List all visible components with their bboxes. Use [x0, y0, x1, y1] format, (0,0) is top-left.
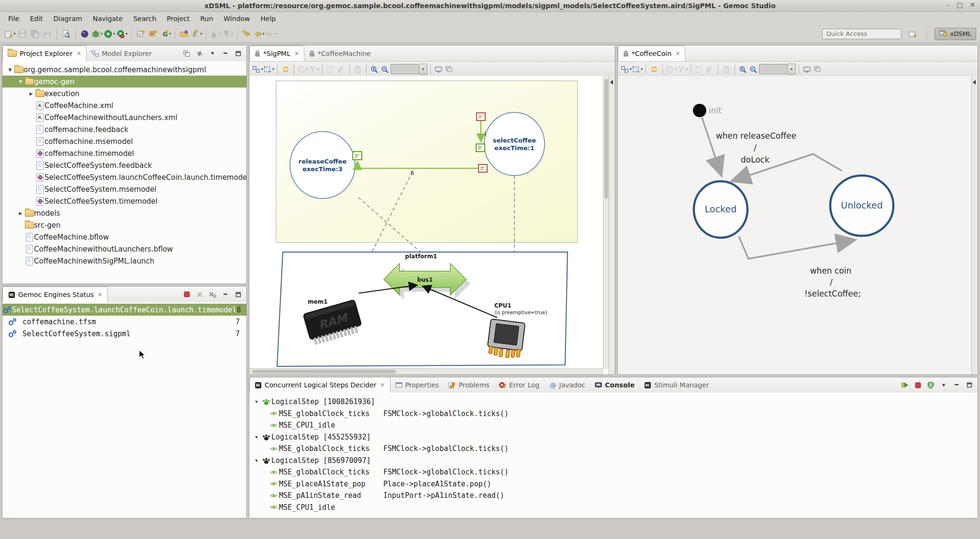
- layers-button[interactable]: [813, 64, 823, 75]
- screenshot-button[interactable]: [802, 64, 813, 75]
- tree-item-selectcoffeesystem-timemodel[interactable]: SelectCoffeeSystem.timemodel: [2, 195, 246, 207]
- routing-button[interactable]: ▾: [263, 64, 274, 75]
- mse-event-row[interactable]: MSE_globalClock_ticksFSMClock->globalClo…: [249, 443, 978, 455]
- input-port-releasecoffee[interactable]: [353, 152, 362, 160]
- expander-icon[interactable]: ▼: [6, 67, 14, 72]
- zoom-level-combo[interactable]: [390, 64, 419, 74]
- screenshot-button[interactable]: [434, 64, 444, 75]
- tab-project-explorer[interactable]: Project Explorer✕: [2, 45, 87, 61]
- tab--coffeemachine[interactable]: *CoffeeMachine: [304, 46, 376, 61]
- layers-button[interactable]: [444, 64, 455, 75]
- expander-icon[interactable]: ▼: [249, 435, 261, 440]
- tree-item-coffeemachine-xml[interactable]: CoffeeMachine.xml: [2, 99, 246, 111]
- close-icon[interactable]: ✕: [77, 50, 81, 57]
- tree-item-selectcoffeesystem-feedback[interactable]: SelectCoffeeSystem.feedback: [2, 159, 246, 171]
- stop-button[interactable]: [183, 291, 190, 298]
- agent-releasecoffee[interactable]: releaseCoffee execTime:3: [290, 132, 355, 198]
- run-error-button[interactable]: !▾: [116, 28, 128, 40]
- close-window-icon[interactable]: ✕: [969, 1, 975, 9]
- open-model-button[interactable]: [178, 28, 190, 40]
- dropdown-arrow-icon[interactable]: ▾: [317, 67, 319, 71]
- tree-item-org-gemoc-sample-bcool-coffeemachinewithsigpml[interactable]: ▼org.gemoc.sample.bcool.coffeemachinewit…: [2, 64, 246, 76]
- stop-button[interactable]: [914, 381, 922, 389]
- tree-item-coffemachine-timemodel[interactable]: coffemachine.timemodel: [2, 147, 246, 159]
- run-button[interactable]: ▾: [104, 28, 115, 40]
- tab--sigpml[interactable]: *SigPML✕: [249, 45, 304, 61]
- dropdown-arrow-icon[interactable]: ▾: [275, 32, 277, 36]
- logical-step-row[interactable]: ▼LogicalStep [455255932]: [249, 431, 978, 443]
- perspective-xdsml-button[interactable]: xDSML: [935, 28, 976, 40]
- new-grid-button[interactable]: [147, 28, 159, 40]
- expander-icon[interactable]: ▼: [249, 458, 261, 463]
- new-graph-button[interactable]: Gr: [135, 28, 146, 40]
- sigpml-hscrollbar[interactable]: [249, 368, 603, 374]
- new-wizard-button[interactable]: ▾: [4, 28, 16, 40]
- tree-item-coffeemachine-bflow[interactable]: CoffeeMachine.bflow: [2, 231, 246, 243]
- maximize-window-icon[interactable]: □: [957, 1, 963, 9]
- expander-icon[interactable]: ▼: [249, 399, 261, 404]
- routing-button[interactable]: ▾: [632, 64, 643, 75]
- tab-model-explorer[interactable]: Model Explorer: [87, 46, 157, 61]
- back-button[interactable]: ▾: [253, 28, 265, 40]
- menu-search[interactable]: Search: [128, 13, 161, 24]
- dropdown-arrow-icon[interactable]: ▾: [125, 32, 127, 36]
- dropdown-arrow-icon[interactable]: ▾: [113, 32, 115, 36]
- tree-item-execution[interactable]: ▶execution: [2, 88, 246, 99]
- expander-icon[interactable]: ▼: [17, 79, 24, 84]
- shield-button[interactable]: [927, 381, 935, 389]
- tab-javadoc[interactable]: @Javadoc: [545, 377, 590, 393]
- tab-problems[interactable]: Problems: [444, 377, 494, 393]
- tree-item-coffemachine-msemodel[interactable]: coffemachine.msemodel: [2, 135, 246, 147]
- tab--coffeecoin[interactable]: *CoffeeCoin✕: [618, 45, 685, 61]
- logical-step-row[interactable]: ▼LogicalStep [1008261936]: [249, 396, 978, 408]
- dropdown-arrow-icon[interactable]: ▾: [262, 32, 264, 36]
- minimize-button[interactable]: [953, 381, 960, 389]
- minimize-window-icon[interactable]: –: [947, 1, 950, 9]
- menu-project[interactable]: Project: [162, 13, 195, 24]
- zoom-in-button[interactable]: [738, 64, 748, 75]
- refresh-diagram-button[interactable]: [280, 64, 291, 75]
- close-icon[interactable]: ✕: [294, 50, 299, 57]
- view-menu-button[interactable]: ▼: [209, 50, 216, 57]
- zoom-out-button[interactable]: [748, 64, 759, 75]
- tree-item-selectcoffeesystem-msemodel[interactable]: SelectCoffeeSystem.msemodel: [2, 183, 246, 195]
- collapse-all-button[interactable]: [183, 50, 190, 57]
- maximize-button[interactable]: [234, 291, 242, 298]
- engine-row[interactable]: SelectCoffeeSystem.sigpml7: [2, 328, 246, 340]
- dropdown-arrow-icon[interactable]: ▾: [200, 32, 202, 36]
- link-editor-button[interactable]: [196, 50, 203, 57]
- state-unlocked[interactable]: Unlocked: [830, 176, 893, 236]
- dropdown-arrow-icon[interactable]: ▾: [13, 32, 15, 36]
- output-port-top[interactable]: [477, 113, 485, 121]
- initial-state-dot[interactable]: [693, 104, 706, 117]
- coffeecoin-canvas[interactable]: init when releaseCoffee / doLock when co…: [618, 76, 972, 374]
- zoom-combo-arrow-icon[interactable]: ▾: [419, 64, 427, 75]
- menu-file[interactable]: File: [3, 13, 24, 24]
- remove-button[interactable]: ×: [196, 291, 203, 298]
- engine-row[interactable]: SelectCoffeeSystem.launchCoffeeCoin.laun…: [2, 304, 246, 316]
- tab-console[interactable]: Console: [590, 377, 639, 393]
- menu-window[interactable]: Window: [218, 13, 255, 24]
- view-menu-button[interactable]: ▼: [940, 381, 947, 389]
- tree-item-coffeemachinewithoutlaunchers-xml[interactable]: CoffeeMachinewithoutLaunchers.xml: [2, 111, 246, 123]
- refresh-diagram-button[interactable]: [649, 64, 659, 75]
- expander-icon[interactable]: ▶: [17, 211, 24, 216]
- output-port-selectcoffee[interactable]: [479, 165, 487, 172]
- expander-icon[interactable]: ▶: [27, 91, 35, 96]
- menu-help[interactable]: Help: [256, 13, 281, 24]
- sigpml-palette-collapsed[interactable]: [609, 76, 615, 374]
- gemoc-sphere-button[interactable]: [79, 28, 90, 40]
- tree-item-src-gen[interactable]: src-gen: [2, 219, 246, 231]
- minimize-button[interactable]: [222, 291, 229, 298]
- mse-event-row[interactable]: MSE_placeA1State_popPlace->placeA1State.…: [249, 478, 978, 490]
- tab-error-log[interactable]: Error Log: [494, 377, 545, 393]
- menu-diagram[interactable]: Diagram: [48, 13, 88, 24]
- close-icon[interactable]: ✕: [380, 382, 385, 388]
- minimize-button[interactable]: [222, 50, 229, 57]
- zoom-combo-arrow-icon[interactable]: ▾: [788, 64, 796, 75]
- debug-bug-button[interactable]: ▾: [91, 28, 103, 40]
- menu-run[interactable]: Run: [195, 13, 218, 24]
- open-perspective-button[interactable]: [907, 28, 918, 40]
- mse-event-row[interactable]: MSE_globalClock_ticksFSMClock->globalClo…: [249, 466, 978, 478]
- tree-item-gemoc-gen[interactable]: ▼gemoc-gen: [2, 76, 246, 88]
